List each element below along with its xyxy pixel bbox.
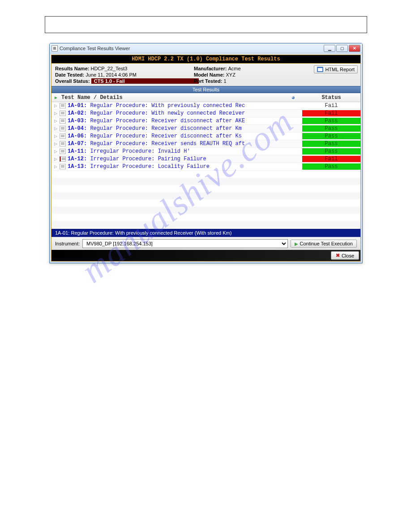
test-item-icon	[60, 141, 66, 146]
window-title: Compliance Test Results Viewer	[60, 46, 324, 51]
test-id: 1A-11:	[68, 148, 90, 154]
instrument-label: Instrument:	[55, 241, 80, 246]
status-badge: Pass	[302, 118, 360, 124]
close-button[interactable]: ✖ Close	[331, 251, 359, 260]
expand-toggle[interactable]: ▷	[51, 149, 60, 154]
table-row[interactable]: ▷1A-01: Regular Procedure: With previous…	[51, 102, 360, 110]
document-header-box	[45, 16, 367, 33]
status-badge: Fail	[302, 103, 360, 109]
test-description: Regular Procedure: Receiver disconnect a…	[90, 133, 241, 139]
test-description: Regular Procedure: Receiver disconnect a…	[90, 125, 241, 132]
status-badge: Pass	[302, 148, 360, 154]
test-id: 1A-04:	[68, 125, 90, 132]
maximize-button[interactable]: ▢	[336, 45, 348, 52]
compliance-results-window: ▦ Compliance Test Results Viewer ▁ ▢ ✕ H…	[49, 43, 363, 263]
expand-toggle[interactable]: ▷	[51, 142, 60, 146]
table-row[interactable]: ▷1A-07: Regular Procedure: Receiver send…	[51, 140, 360, 148]
results-name-label: Results Name:	[55, 66, 90, 71]
col-name-header[interactable]: Test Name / Details	[60, 94, 284, 101]
test-item-icon	[60, 103, 66, 108]
instrument-select[interactable]: MV980_DP [192.168.254.153]	[82, 239, 288, 248]
expand-toggle[interactable]: ▷	[51, 134, 60, 138]
test-item-icon	[60, 126, 66, 131]
html-report-label: HTML Report	[325, 67, 355, 72]
manufacturer-value: Acme	[228, 66, 240, 71]
test-name-cell: 1A-04: Regular Procedure: Receiver disco…	[68, 125, 284, 132]
test-item-icon	[60, 111, 66, 116]
test-description: Irregular Procedure: Pairing Failure	[90, 156, 206, 162]
continue-label: Continue Test Execution	[300, 241, 353, 246]
model-name-value: XYZ	[226, 72, 235, 77]
expand-toggle[interactable]: ▷	[51, 111, 60, 116]
close-label: Close	[342, 253, 354, 258]
expand-toggle[interactable]: ▷	[51, 119, 60, 123]
model-name-label: Model Name:	[194, 72, 226, 77]
table-row[interactable]: ▷1A-12: Irregular Procedure: Pairing Fai…	[51, 155, 360, 163]
test-name-cell: 1A-13: Irregular Procedure: Locality Fai…	[68, 163, 284, 170]
test-results-header: Test Results	[51, 86, 360, 93]
empty-rows-area	[51, 171, 360, 229]
table-row[interactable]: ▷1A-03: Regular Procedure: Receiver disc…	[51, 117, 360, 125]
info-section: HTML Report Results Name: HDCP_22_Test3 …	[51, 64, 360, 86]
test-id: 1A-02:	[68, 110, 90, 116]
table-row[interactable]: ▷1A-02: Regular Procedure: With newly co…	[51, 110, 360, 117]
window-controls: ▁ ▢ ✕	[324, 45, 360, 52]
expand-toggle[interactable]: ▷	[51, 157, 60, 161]
close-icon: ✖	[336, 253, 340, 258]
status-badge: Pass	[302, 163, 360, 170]
table-row[interactable]: ▷1A-11: Irregular Procedure: Invalid H'P…	[51, 148, 360, 155]
expand-toggle[interactable]: ▷	[51, 103, 60, 108]
overall-status-label: Overall Status:	[55, 78, 91, 84]
port-tested-value: 1	[223, 78, 226, 84]
test-name-cell: 1A-06: Regular Procedure: Receiver disco…	[68, 133, 284, 139]
test-description: Regular Procedure: Receiver disconnect a…	[90, 118, 245, 124]
test-item-icon	[60, 118, 66, 124]
table-row[interactable]: ▷1A-04: Regular Procedure: Receiver disc…	[51, 125, 360, 133]
manufacturer-label: Manufacturer:	[194, 66, 228, 71]
html-report-button[interactable]: HTML Report	[314, 65, 358, 73]
expand-toggle[interactable]: ▷	[51, 126, 60, 131]
test-name-cell: 1A-03: Regular Procedure: Receiver disco…	[68, 118, 284, 124]
test-id: 1A-01:	[68, 103, 90, 109]
window-titlebar[interactable]: ▦ Compliance Test Results Viewer ▁ ▢ ✕	[50, 43, 362, 53]
test-name-cell: 1A-12: Irregular Procedure: Pairing Fail…	[68, 156, 284, 162]
report-icon	[317, 67, 323, 72]
test-fail-icon	[60, 156, 66, 162]
test-item-icon	[60, 133, 66, 139]
test-id: 1A-06:	[68, 133, 90, 139]
play-icon: ▶	[55, 95, 57, 100]
test-description: Regular Procedure: Receiver sends REAUTH…	[90, 141, 245, 147]
results-name-value: HDCP_22_Test3	[90, 66, 127, 71]
status-badge: Fail	[302, 110, 360, 116]
test-item-icon	[60, 149, 66, 154]
table-row[interactable]: ▷1A-13: Irregular Procedure: Locality Fa…	[51, 163, 360, 171]
table-row[interactable]: ▷1A-06: Regular Procedure: Receiver disc…	[51, 133, 360, 140]
content-frame: HDMI HDCP 2.2 TX (1.0) Compliance Test R…	[51, 55, 361, 262]
test-item-icon	[60, 164, 66, 169]
expand-toggle[interactable]: ▷	[51, 164, 60, 169]
close-bar: ✖ Close	[51, 250, 360, 261]
results-table: ▶ Test Name / Details ◕ Status ▷1A-01: R…	[51, 93, 360, 229]
test-description: Regular Procedure: With previously conne…	[90, 103, 245, 109]
col-status-header[interactable]: Status	[302, 94, 360, 101]
test-description: Regular Procedure: With newly connected …	[90, 110, 245, 116]
test-name-cell: 1A-07: Regular Procedure: Receiver sends…	[68, 141, 284, 147]
test-id: 1A-13:	[68, 163, 90, 170]
date-tested-label: Date Tested:	[55, 72, 86, 77]
test-description: Irregular Procedure: Invalid H'	[90, 148, 190, 154]
minimize-button[interactable]: ▁	[324, 45, 335, 52]
bottom-toolbar: Instrument: MV980_DP [192.168.254.153] ▶…	[51, 237, 360, 250]
app-icon: ▦	[51, 45, 58, 51]
clock-icon: ◕	[292, 94, 295, 100]
selected-test-detail: 1A-01: Regular Procedure: With previousl…	[51, 229, 360, 237]
test-description: Irregular Procedure: Locality Failure	[90, 163, 209, 170]
test-id: 1A-12:	[68, 156, 90, 162]
status-badge: Pass	[302, 133, 360, 139]
continue-test-button[interactable]: ▶ Continue Test Execution	[291, 240, 357, 248]
test-name-cell: 1A-11: Irregular Procedure: Invalid H'	[68, 148, 284, 154]
port-tested-label: Port Tested:	[194, 78, 223, 84]
results-banner: HDMI HDCP 2.2 TX (1.0) Compliance Test R…	[51, 55, 360, 64]
close-window-button[interactable]: ✕	[349, 45, 360, 52]
status-badge: Fail	[302, 156, 360, 162]
status-badge: Pass	[302, 141, 360, 147]
